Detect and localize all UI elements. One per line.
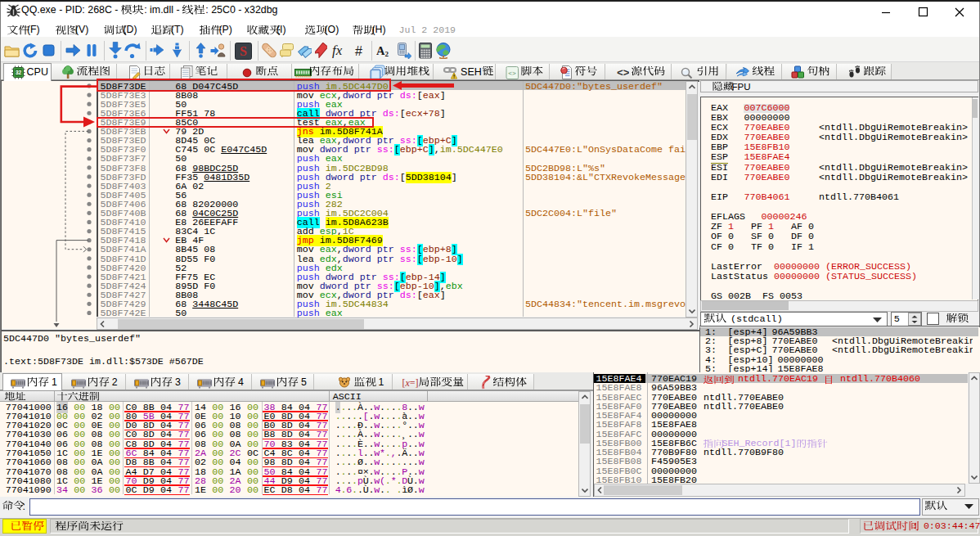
svg-text:#: # (355, 44, 362, 58)
svg-text:32: 32 (16, 70, 22, 75)
svg-text:2: 2 (385, 50, 389, 58)
svg-text:<>: <> (617, 67, 629, 79)
svg-text:<>: <> (508, 69, 516, 76)
svg-text:S: S (240, 44, 247, 58)
svg-text:fx: fx (332, 43, 343, 58)
svg-text:A: A (376, 44, 385, 57)
